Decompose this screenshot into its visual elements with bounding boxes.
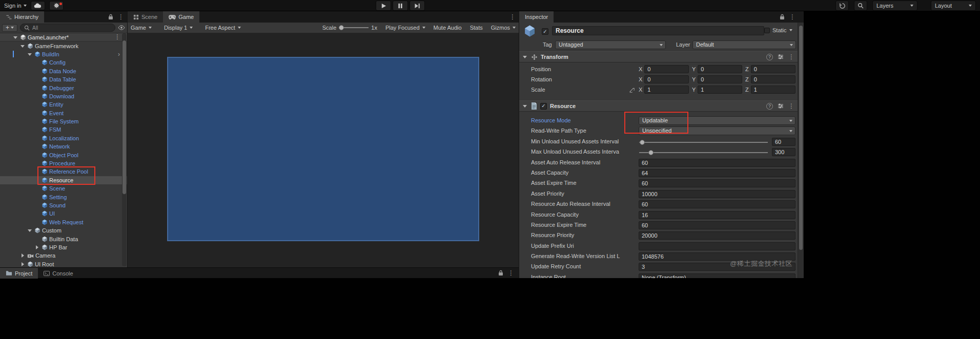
hierarchy-item-download[interactable]: Download [0, 92, 127, 100]
resource-capacity-field[interactable]: 16 [639, 211, 795, 219]
hierarchy-item-file-system[interactable]: File System [0, 117, 127, 125]
lock-icon[interactable] [108, 14, 113, 20]
lock-icon[interactable] [780, 14, 785, 20]
preset-icon[interactable] [778, 54, 784, 60]
resource-auto-release-interval-field[interactable]: 60 [639, 200, 795, 208]
help-icon[interactable]: ? [766, 103, 773, 110]
scale-slider[interactable] [339, 25, 369, 31]
slider-knob[interactable] [640, 140, 645, 145]
add-gameobject-button[interactable]: + [2, 24, 17, 32]
position-z-field[interactable]: 0 [751, 65, 795, 73]
slider-knob[interactable] [648, 150, 654, 155]
hierarchy-item-data-node[interactable]: Data Node [0, 67, 127, 75]
aspect-ratio-dropdown[interactable]: Free Aspect [205, 25, 241, 31]
foldout-arrow[interactable] [34, 243, 40, 251]
hierarchy-item-config[interactable]: Config [0, 58, 127, 67]
hierarchy-item-buildin[interactable]: BuildIn› [0, 50, 127, 58]
foldout-arrow[interactable] [27, 226, 33, 235]
asset-auto-release-interval-field[interactable]: 60 [639, 159, 795, 167]
gameobject-active-checkbox[interactable]: ✓ [542, 28, 548, 35]
hierarchy-item-event[interactable]: Event [0, 109, 127, 117]
tag-dropdown[interactable]: Untagged [555, 40, 666, 49]
link-scale-icon[interactable] [629, 87, 635, 93]
services-button[interactable] [49, 1, 64, 10]
max-unload-unused-assets-interva-field[interactable]: 300 [772, 148, 795, 156]
sign-in-button[interactable]: Sign in [4, 3, 27, 9]
static-dropdown[interactable]: Static [764, 27, 792, 33]
scale-x-field[interactable]: 1 [644, 86, 689, 94]
resource-priority-field[interactable]: 20000 [639, 231, 795, 240]
position-x-field[interactable]: 0 [644, 65, 689, 73]
foldout-arrow[interactable] [20, 251, 26, 260]
panel-menu-kebab-icon[interactable]: ⋮ [509, 14, 516, 20]
asset-expire-time-field[interactable]: 60 [639, 179, 795, 187]
component-menu-kebab-icon[interactable]: ⋮ [788, 103, 794, 109]
min-unload-unused-assets-interval-field[interactable]: 60 [772, 138, 795, 146]
scene-options-kebab-icon[interactable]: ⋮ [114, 34, 120, 40]
layout-dropdown[interactable]: Layout [931, 1, 976, 11]
help-icon[interactable]: ? [766, 54, 773, 60]
hierarchy-item-network[interactable]: Network [0, 142, 127, 151]
hierarchy-item-localization[interactable]: Localization [0, 134, 127, 142]
hierarchy-item-builtin-data[interactable]: Builtin Data [0, 235, 127, 243]
cloud-button[interactable] [31, 1, 45, 10]
hierarchy-item-camera[interactable]: Camera [0, 251, 127, 260]
pause-button[interactable] [393, 1, 408, 11]
scene-visibility-eye-button[interactable] [118, 25, 125, 30]
hierarchy-item-ui-root[interactable]: UI Root [0, 260, 127, 267]
hierarchy-item-fsm[interactable]: FSM [0, 125, 127, 134]
rotation-x-field[interactable]: 0 [644, 75, 689, 83]
foldout-arrow[interactable] [13, 33, 18, 41]
hierarchy-item-setting[interactable]: Setting [0, 193, 127, 201]
tab-inspector[interactable]: Inspector [519, 11, 554, 23]
hierarchy-item-data-table[interactable]: Data Table [0, 75, 127, 83]
hierarchy-item-sound[interactable]: Sound [0, 201, 127, 209]
tab-project[interactable]: Project [0, 268, 38, 279]
resource-expire-time-field[interactable]: 60 [639, 221, 795, 229]
hierarchy-item-custom[interactable]: Custom [0, 226, 127, 235]
static-checkbox[interactable] [764, 28, 770, 33]
position-y-field[interactable]: 0 [698, 65, 742, 73]
foldout-arrow[interactable] [20, 42, 26, 50]
scrollbar-thumb[interactable] [799, 26, 803, 250]
play-focused-dropdown[interactable]: Play Focused [385, 25, 425, 31]
foldout-arrow[interactable] [522, 53, 528, 61]
gizmos-dropdown[interactable]: Gizmos [491, 25, 516, 31]
update-prefix-uri-field[interactable] [639, 242, 795, 250]
hierarchy-item-ui[interactable]: UI [0, 209, 127, 218]
prefab-open-chevron-icon[interactable]: › [118, 50, 120, 58]
search-button[interactable] [854, 1, 867, 11]
asset-capacity-field[interactable]: 64 [639, 169, 795, 177]
hierarchy-item-gameframework[interactable]: GameFramework [0, 41, 127, 50]
panel-menu-kebab-icon[interactable]: ⋮ [118, 14, 124, 20]
min-unload-unused-assets-interval-slider[interactable] [639, 142, 768, 143]
hierarchy-item-object-pool[interactable]: Object Pool [0, 151, 127, 159]
panel-menu-kebab-icon[interactable]: ⋮ [789, 14, 795, 20]
asset-priority-field[interactable]: 10000 [639, 190, 795, 198]
hierarchy-item-gamelauncher[interactable]: GameLauncher*⋮ [0, 33, 127, 41]
layer-dropdown[interactable]: Default [692, 40, 796, 49]
stats-toggle[interactable]: Stats [470, 25, 483, 31]
transform-component-header[interactable]: Transform ? ⋮ [519, 51, 798, 62]
preset-icon[interactable] [778, 103, 784, 109]
foldout-arrow[interactable] [522, 102, 528, 110]
hierarchy-scrollbar[interactable] [122, 33, 127, 266]
component-menu-kebab-icon[interactable]: ⋮ [788, 54, 794, 60]
scrollbar-thumb[interactable] [122, 40, 126, 194]
hierarchy-item-entity[interactable]: Entity [0, 100, 127, 109]
scale-z-field[interactable]: 1 [751, 86, 795, 94]
gameobject-name-field[interactable]: Resource [552, 26, 764, 35]
scale-y-field[interactable]: 1 [698, 86, 742, 94]
lock-icon[interactable] [498, 270, 503, 276]
hierarchy-item-web-request[interactable]: Web Request [0, 218, 127, 226]
display-target-dropdown[interactable]: Game [131, 25, 152, 31]
mute-audio-toggle[interactable]: Mute Audio [434, 25, 462, 31]
display-dropdown[interactable]: Display 1 [164, 25, 193, 31]
tab-hierarchy[interactable]: Hierarchy [0, 11, 44, 23]
hierarchy-search-input[interactable]: All [20, 24, 115, 32]
panel-menu-kebab-icon[interactable]: ⋮ [508, 270, 514, 276]
inspector-scrollbar[interactable] [798, 23, 804, 278]
tab-console[interactable]: Console [38, 268, 78, 279]
undo-history-button[interactable] [835, 1, 849, 11]
foldout-arrow[interactable] [20, 260, 26, 267]
